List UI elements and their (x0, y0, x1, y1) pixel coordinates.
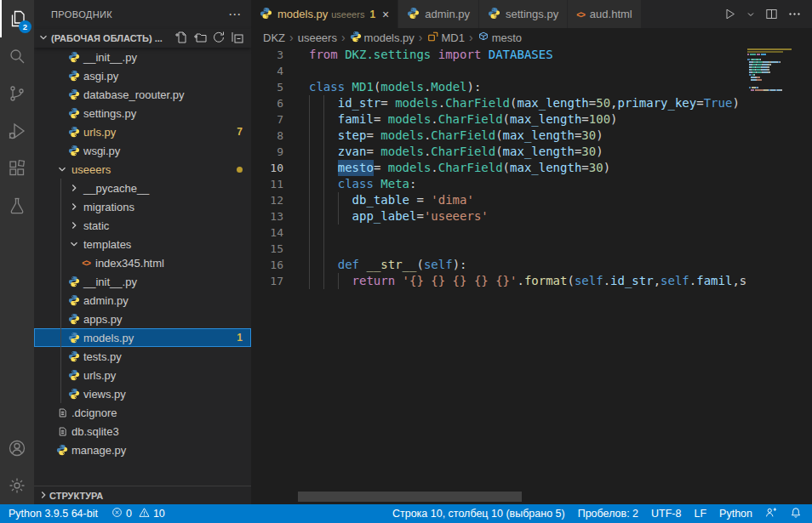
tab-aud.html[interactable]: <>aud.html (568, 0, 642, 28)
line-number: 16 (251, 257, 283, 273)
modified-dot-badge (237, 167, 243, 173)
tree-item-db.sqlite3[interactable]: db.sqlite3 (34, 422, 251, 441)
vscode-window: 2 ПРОВОДНИК ⋯ (РАБОЧАЯ ОБЛАСТЬ) ... __in… (0, 0, 812, 523)
activity-extensions-icon[interactable] (0, 150, 34, 187)
sidebar-more-actions-icon[interactable]: ⋯ (228, 7, 241, 22)
code-line-13[interactable]: 13 app_label='useeers' (251, 208, 812, 225)
code-line-7[interactable]: 7 famil= models.CharField(max_length=100… (251, 111, 812, 128)
tree-folder-static[interactable]: static (34, 216, 251, 235)
tree-item-asgi.py[interactable]: asgi.py (34, 66, 251, 85)
chevron-right-icon (66, 219, 82, 232)
status-indentation[interactable]: Пробелов: 2 (578, 508, 638, 520)
workspace-section-header[interactable]: (РАБОЧАЯ ОБЛАСТЬ) ... (34, 29, 251, 48)
tab-models.py[interactable]: models.pyuseeers1× (251, 0, 398, 28)
tree-item-label: db.sqlite3 (71, 425, 119, 438)
breadcrumb-item-mesto[interactable]: mesto (477, 31, 522, 45)
line-number: 11 (251, 176, 283, 192)
tree-item-urls.py[interactable]: urls.py7 (34, 122, 251, 141)
code-line-9[interactable]: 9 zvan= models.CharField(max_length=30) (251, 144, 812, 160)
code-line-11[interactable]: 11 class Meta: (251, 176, 812, 192)
tree-item-.dcignore[interactable]: .dcignore (34, 403, 251, 422)
activity-account-icon[interactable] (0, 429, 34, 467)
line-number: 4 (251, 63, 283, 79)
more-actions-button[interactable] (787, 7, 802, 21)
tree-item-__init__.py[interactable]: __init__.py (34, 272, 251, 291)
line-number: 15 (251, 241, 283, 257)
horizontal-scrollbar[interactable] (298, 492, 522, 502)
activity-testing-icon[interactable] (0, 187, 34, 225)
breadcrumb-item-useeers[interactable]: useeers (298, 31, 337, 44)
tree-item-tests.py[interactable]: tests.py (34, 347, 251, 366)
code-editor[interactable]: 3from DKZ.settings import DATABASES45cla… (251, 47, 812, 492)
code-line-16[interactable]: 16 def __str__(self): (251, 257, 812, 273)
tree-folder-useeers[interactable]: useeers (34, 160, 251, 179)
status-python-interpreter[interactable]: Python 3.9.5 64-bit (9, 508, 98, 520)
tree-item-label: database_roouter.py (83, 88, 185, 101)
new-folder-icon[interactable] (193, 31, 207, 46)
status-cursor-position[interactable]: Строка 10, столбец 10 (выбрано 5) (392, 508, 565, 520)
run-dropdown-button[interactable] (746, 9, 756, 20)
close-icon[interactable]: × (382, 8, 389, 21)
python-icon (407, 7, 420, 22)
breadcrumb-item-models.py[interactable]: models.py (350, 31, 415, 45)
tree-item-label: manage.py (71, 444, 126, 457)
minimap[interactable] (747, 48, 812, 492)
tree-item-database_roouter.py[interactable]: database_roouter.py (34, 85, 251, 104)
code-line-10[interactable]: 10 mesto= models.CharField(max_length=30… (251, 160, 812, 176)
status-encoding[interactable]: UTF-8 (651, 508, 681, 520)
code-line-12[interactable]: 12 db_table = 'dima' (251, 192, 812, 208)
status-feedback[interactable] (765, 507, 777, 521)
tree-item-models.py[interactable]: models.py1 (34, 328, 251, 347)
status-eol[interactable]: LF (694, 508, 706, 520)
python-icon (66, 312, 82, 326)
code-line-8[interactable]: 8 step= models.CharField(max_length=30) (251, 128, 812, 144)
tree-folder-migrations[interactable]: migrations (34, 197, 251, 216)
line-number: 13 (251, 208, 283, 225)
tree-item-wsgi.py[interactable]: wsgi.py (34, 141, 251, 160)
code-line-6[interactable]: 6 id_str= models.CharField(max_length=50… (251, 95, 812, 111)
activity-search-icon[interactable] (0, 37, 34, 75)
tree-item-index345.html[interactable]: <>index345.html (34, 253, 251, 272)
code-line-5[interactable]: 5class MD1(models.Model): (251, 79, 812, 95)
new-file-icon[interactable] (174, 31, 188, 46)
status-language-mode[interactable]: Python (719, 508, 752, 520)
code-line-4[interactable]: 4 (251, 63, 812, 79)
activity-settings-icon[interactable] (0, 467, 34, 504)
tree-item-manage.py[interactable]: manage.py (34, 441, 251, 459)
line-number: 12 (251, 192, 283, 208)
activity-source-control-icon[interactable] (0, 75, 34, 112)
tree-item-apps.py[interactable]: apps.py (34, 310, 251, 328)
code-line-17[interactable]: 17 return '{} {} {} {} {}'.format(self.i… (251, 273, 812, 289)
chevron-down-icon (54, 162, 70, 176)
split-editor-button[interactable] (764, 7, 779, 21)
tree-item-label: migrations (83, 201, 134, 213)
run-python-file-button[interactable] (723, 7, 737, 21)
tree-folder-templates[interactable]: templates (34, 235, 251, 253)
breadcrumb-item-DKZ[interactable]: DKZ (263, 31, 285, 44)
tab-admin.py[interactable]: admin.py (398, 0, 479, 28)
refresh-icon[interactable] (212, 31, 226, 46)
python-icon (260, 7, 272, 22)
tab-settings.py[interactable]: settings.py (479, 0, 568, 28)
problems-badge: 7 (237, 126, 243, 138)
tree-item-admin.py[interactable]: admin.py (34, 291, 251, 310)
outline-section-header[interactable]: СТРУКТУРА (34, 486, 251, 504)
code-text: app_label='useeers' (309, 208, 489, 225)
tree-item-urls.py[interactable]: urls.py (34, 366, 251, 384)
activity-run-debug-icon[interactable] (0, 112, 34, 150)
breadcrumb-item-MD1[interactable]: MD1 (427, 31, 465, 45)
tree-item-__init__.py[interactable]: __init__.py (34, 48, 251, 66)
code-line-3[interactable]: 3from DKZ.settings import DATABASES (251, 47, 812, 63)
code-line-15[interactable]: 15 (251, 241, 812, 257)
status-notifications[interactable] (790, 507, 802, 521)
tree-folder-__pycache__[interactable]: __pycache__ (34, 179, 251, 197)
collapse-all-icon[interactable] (231, 31, 244, 46)
workspace-section-label: (РАБОЧАЯ ОБЛАСТЬ) ... (51, 33, 174, 43)
code-text: db_table = 'dima' (309, 192, 474, 208)
problems-badge: 1 (237, 332, 243, 344)
code-line-14[interactable]: 14 (251, 225, 812, 241)
status-problems[interactable]: 010 (112, 507, 165, 520)
tree-item-views.py[interactable]: views.py (34, 384, 251, 403)
tree-item-settings.py[interactable]: settings.py (34, 104, 251, 122)
activity-explorer-icon[interactable]: 2 (0, 0, 34, 37)
